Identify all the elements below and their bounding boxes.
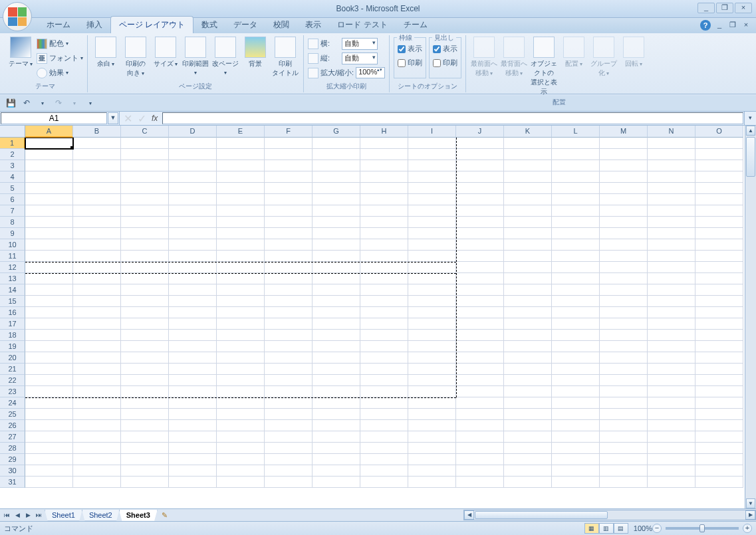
column-header-D[interactable]: D — [169, 126, 217, 138]
tab-review[interactable]: 校閲 — [265, 17, 297, 33]
cell-J22[interactable] — [456, 375, 504, 386]
cell-N10[interactable] — [648, 239, 695, 251]
cell-K12[interactable] — [504, 262, 552, 273]
cell-H16[interactable] — [360, 307, 408, 318]
cell-H13[interactable] — [360, 273, 408, 284]
cell-N14[interactable] — [648, 284, 695, 296]
row-header-11[interactable]: 11 — [0, 251, 25, 262]
cell-N6[interactable] — [648, 194, 695, 205]
cell-L28[interactable] — [552, 443, 600, 454]
cell-D20[interactable] — [169, 352, 217, 364]
cell-J8[interactable] — [456, 217, 504, 228]
cell-N9[interactable] — [648, 228, 695, 239]
row-header-7[interactable]: 7 — [0, 205, 25, 217]
cell-K27[interactable] — [504, 431, 552, 443]
cell-G21[interactable] — [313, 364, 360, 375]
cell-L15[interactable] — [552, 296, 600, 307]
cell-A4[interactable] — [25, 171, 73, 183]
cell-B7[interactable] — [73, 205, 121, 217]
redo-dropdown[interactable]: ▾ — [68, 96, 81, 110]
cell-I19[interactable] — [408, 341, 456, 352]
cell-G20[interactable] — [313, 352, 360, 364]
cell-K18[interactable] — [504, 330, 552, 341]
cell-J20[interactable] — [456, 352, 504, 364]
column-header-H[interactable]: H — [360, 126, 408, 138]
cell-E3[interactable] — [217, 160, 265, 171]
headings-view-checkbox[interactable]: 表示 — [433, 42, 457, 56]
cell-J19[interactable] — [456, 341, 504, 352]
cell-F31[interactable] — [265, 477, 313, 488]
cell-F23[interactable] — [265, 386, 313, 397]
cell-N15[interactable] — [648, 296, 695, 307]
cell-M9[interactable] — [600, 228, 648, 239]
row-header-8[interactable]: 8 — [0, 217, 25, 228]
formula-bar-expand[interactable]: ▾ — [744, 112, 756, 125]
cell-L16[interactable] — [552, 307, 600, 318]
cell-A11[interactable] — [25, 251, 73, 262]
column-header-L[interactable]: L — [552, 126, 600, 138]
cell-C19[interactable] — [121, 341, 169, 352]
sheet-tab-1[interactable]: Sheet1 — [45, 510, 82, 521]
cell-G6[interactable] — [313, 194, 360, 205]
cell-M11[interactable] — [600, 251, 648, 262]
cell-G25[interactable] — [313, 409, 360, 420]
cell-J30[interactable] — [456, 465, 504, 477]
cell-C27[interactable] — [121, 431, 169, 443]
cell-F27[interactable] — [265, 431, 313, 443]
sheet-tab-2[interactable]: Sheet2 — [82, 510, 120, 521]
cell-A1[interactable] — [25, 138, 73, 149]
cell-L31[interactable] — [552, 477, 600, 488]
cell-C11[interactable] — [121, 251, 169, 262]
cell-F21[interactable] — [265, 364, 313, 375]
cell-O16[interactable] — [695, 307, 743, 318]
row-header-24[interactable]: 24 — [0, 397, 25, 409]
cell-A20[interactable] — [25, 352, 73, 364]
cell-B28[interactable] — [73, 443, 121, 454]
cell-D14[interactable] — [169, 284, 217, 296]
zoom-in-button[interactable]: + — [743, 524, 752, 533]
cell-E23[interactable] — [217, 386, 265, 397]
gridlines-print-checkbox[interactable]: 印刷 — [398, 56, 422, 70]
cell-H18[interactable] — [360, 330, 408, 341]
cell-B22[interactable] — [73, 375, 121, 386]
cell-F17[interactable] — [265, 318, 313, 330]
cell-G28[interactable] — [313, 443, 360, 454]
themes-button[interactable]: テーマ — [7, 35, 35, 68]
tab-loadtest[interactable]: ロード テスト — [329, 17, 395, 33]
cell-C9[interactable] — [121, 228, 169, 239]
cell-I16[interactable] — [408, 307, 456, 318]
cell-H21[interactable] — [360, 364, 408, 375]
cell-O14[interactable] — [695, 284, 743, 296]
cell-H27[interactable] — [360, 431, 408, 443]
zoom-slider-knob[interactable] — [699, 524, 705, 532]
cell-O3[interactable] — [695, 160, 743, 171]
row-header-27[interactable]: 27 — [0, 431, 25, 443]
scroll-right-arrow[interactable]: ▶ — [745, 510, 755, 520]
cell-D6[interactable] — [169, 194, 217, 205]
cell-C22[interactable] — [121, 375, 169, 386]
cell-B3[interactable] — [73, 160, 121, 171]
cell-M28[interactable] — [600, 443, 648, 454]
cell-H23[interactable] — [360, 386, 408, 397]
cell-I27[interactable] — [408, 431, 456, 443]
cell-M10[interactable] — [600, 239, 648, 251]
cell-F7[interactable] — [265, 205, 313, 217]
cell-A13[interactable] — [25, 273, 73, 284]
cell-N12[interactable] — [648, 262, 695, 273]
cell-F6[interactable] — [265, 194, 313, 205]
cell-O29[interactable] — [695, 454, 743, 465]
cell-A18[interactable] — [25, 330, 73, 341]
cell-I26[interactable] — [408, 420, 456, 431]
cell-E22[interactable] — [217, 375, 265, 386]
cell-G27[interactable] — [313, 431, 360, 443]
cell-G2[interactable] — [313, 149, 360, 160]
tab-view[interactable]: 表示 — [297, 17, 329, 33]
cell-H30[interactable] — [360, 465, 408, 477]
cell-L2[interactable] — [552, 149, 600, 160]
cell-N2[interactable] — [648, 149, 695, 160]
cell-M7[interactable] — [600, 205, 648, 217]
cell-K9[interactable] — [504, 228, 552, 239]
rotate-button[interactable]: 回転 — [620, 35, 648, 68]
cell-E11[interactable] — [217, 251, 265, 262]
office-button[interactable] — [3, 2, 32, 31]
